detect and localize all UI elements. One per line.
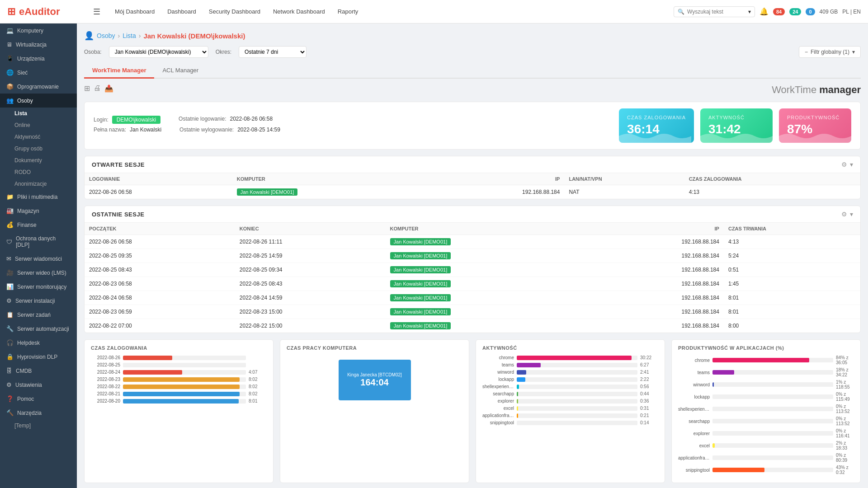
sidebar-item-pliki[interactable]: 📁 Pliki i multimedia	[0, 190, 77, 204]
topnav-item-raporty[interactable]: Raporty	[332, 5, 364, 18]
global-filter-label: Filtr globalny (1)	[811, 49, 849, 55]
sidebar-item-osoby[interactable]: 👥 Osoby	[0, 94, 77, 108]
sidebar-item-serwer-monitorujacy[interactable]: 📊 Serwer monitorujący	[0, 280, 77, 294]
bar-val: 0:56	[640, 384, 658, 389]
sidebar-item-hyprovision[interactable]: 🔒 Hyprovision DLP	[0, 350, 77, 364]
breadcrumb-lista[interactable]: Lista	[123, 32, 136, 39]
bar-label: 2022-08-20	[91, 399, 120, 404]
sidebar-subitem-rodo[interactable]: RODO	[0, 166, 77, 178]
sidebar-item-finanse[interactable]: 💰 Finanse	[0, 218, 77, 232]
sidebar-subitem-temp[interactable]: [Temp]	[0, 420, 77, 432]
bar-val: 0:36	[640, 399, 658, 404]
sidebar-subitem-online[interactable]: Online	[0, 119, 77, 131]
sidebar-item-dlp[interactable]: 🛡 Ochrona danych [DLP]	[0, 232, 77, 252]
topnav-item-security[interactable]: Security Dashboard	[203, 5, 266, 18]
period-select[interactable]: Ostatnie 7 dni	[239, 46, 307, 58]
bar-fill	[712, 358, 809, 362]
topnav-item-mydashboard[interactable]: Mój Dashboard	[109, 5, 160, 18]
person-icon: 👤	[84, 31, 94, 41]
open-sessions-title: OTWARTE SESJE	[92, 161, 145, 168]
sidebar-item-serwer-wideo[interactable]: 🎥 Serwer wideo (LMS)	[0, 266, 77, 280]
sidebar-item-helpdesk[interactable]: 🎧 Helpdesk	[0, 336, 77, 350]
breadcrumb-osoby[interactable]: Osoby	[97, 32, 115, 39]
sidebar-item-urzadzenia[interactable]: 📱 Urządzenia	[0, 52, 77, 66]
grid-icon[interactable]: ⊞	[84, 84, 90, 93]
bar-row: searchapp 0% z 113:52	[678, 416, 854, 426]
search-input[interactable]	[687, 9, 745, 15]
bar-label: 2022-08-23	[91, 377, 120, 382]
cell-czas: 8:01	[724, 305, 860, 319]
sidebar-item-siec[interactable]: 🌐 Sieć	[0, 66, 77, 80]
database-icon: 🗄	[6, 367, 12, 374]
language-switch[interactable]: PL | EN	[842, 9, 861, 15]
settings2-icon[interactable]: ⚙	[841, 211, 847, 218]
sidebar-label-pomoc: Pomoc	[17, 396, 34, 402]
notification-icon[interactable]: 🔔	[760, 7, 769, 16]
sidebar-subitem-anonimizacje[interactable]: Anonimizacje	[0, 178, 77, 190]
chart-aktywnosc-title: AKTYWNOŚĆ	[482, 345, 658, 351]
tab-worktime[interactable]: WorkTime Manager	[84, 63, 154, 79]
bar-row: teams 18% z 34:22	[678, 367, 854, 377]
hamburger-button[interactable]: ☰	[93, 7, 100, 17]
bar-label: excel	[482, 406, 514, 411]
sidebar-item-magazyn[interactable]: 🏭 Magazyn	[0, 204, 77, 218]
sidebar-label-serwer-automatyzacji: Serwer automatyzacji	[17, 326, 69, 332]
last-login-field: Ostatnie logowanie: 2022-08-26 06:58	[179, 116, 273, 122]
person-select[interactable]: Jan Kowalski (DEMO\jkowalski)	[109, 46, 208, 58]
col-poczatek: POCZĄTEK	[85, 223, 235, 235]
cell-ip: 192.168.88.184	[588, 319, 724, 333]
topnav-item-dashboard[interactable]: Dashboard	[162, 5, 202, 18]
table-row: 2022-08-25 09:35 2022-08-25 14:59 Jan Ko…	[85, 249, 860, 263]
sidebar-subitem-dokumenty[interactable]: Dokumenty	[0, 155, 77, 166]
bar-fill	[517, 399, 518, 404]
helpdesk-icon: 🎧	[6, 339, 14, 346]
chevron-down2-icon[interactable]: ▾	[850, 211, 853, 218]
charts-grid-1: CZAS ZALOGOWANIA 2022-08-26 2022-08-25 2…	[84, 339, 861, 483]
sidebar-item-cmdb[interactable]: 🗄 CMDB	[0, 364, 77, 378]
tab-acl[interactable]: ACL Manager	[154, 63, 207, 79]
sidebar-subitem-aktywnosc[interactable]: Aktywność	[0, 131, 77, 143]
sidebar-label-cmdb: CMDB	[16, 368, 32, 374]
sidebar-item-serwer-zadan[interactable]: 📋 Serwer zadań	[0, 308, 77, 322]
topnav-item-network[interactable]: Network Dashboard	[268, 5, 330, 18]
period-label: Okres:	[216, 49, 231, 55]
install-icon: ⚙	[6, 297, 12, 304]
sidebar-item-pomoc[interactable]: ❓ Pomoc	[0, 392, 77, 406]
bar-val: 0% z 115:49	[836, 392, 854, 402]
sidebar-label-wirtualizacja: Wirtualizacja	[16, 42, 47, 48]
cell-logowanie: 2022-08-26 06:58	[85, 185, 232, 199]
sidebar-label-osoby: Osoby	[17, 98, 33, 104]
share-icon[interactable]: 📤	[104, 84, 113, 93]
bar-row: explorer 0:36	[482, 399, 658, 404]
bar-row: snippingtool 0:14	[482, 420, 658, 425]
cell-ip: 192.168.88.184	[588, 235, 724, 249]
sidebar-item-oprogramowanie[interactable]: 📦 Oprogramowanie	[0, 80, 77, 94]
sidebar-label-serwer-monitorujacy: Serwer monitorujący	[17, 284, 66, 290]
sidebar-item-serwer-wiadomosci[interactable]: ✉ Serwer wiadomości	[0, 252, 77, 266]
global-filter-button[interactable]: − Filtr globalny (1) ▾	[799, 46, 861, 58]
sidebar-label-urzadzenia: Urządzenia	[17, 56, 45, 62]
sidebar-item-ustawienia[interactable]: ⚙ Ustawienia	[0, 378, 77, 392]
sidebar-item-serwer-automatyzacji[interactable]: 🔧 Serwer automatyzacji	[0, 322, 77, 336]
sidebar-item-narzedzia[interactable]: 🔨 Narzędzia	[0, 406, 77, 420]
cell-koniec: 2022-08-25 14:59	[235, 249, 386, 263]
print-icon[interactable]: 🖨	[94, 84, 101, 93]
breadcrumb-sep1: ›	[118, 32, 120, 39]
settings-icon[interactable]: ⚙	[841, 161, 847, 168]
chevron-down-icon[interactable]: ▾	[850, 161, 853, 168]
cell-koniec: 2022-08-26 11:11	[235, 235, 386, 249]
sidebar-item-wirtualizacja[interactable]: 🖥 Wirtualizacja	[0, 38, 77, 52]
bar-track	[712, 443, 833, 448]
bar-row: chrome 84% z 36:05	[678, 355, 854, 365]
last-sessions-actions: ⚙ ▾	[841, 211, 853, 218]
sidebar-item-serwer-instalacji[interactable]: ⚙ Serwer instalacji	[0, 294, 77, 308]
bar-fill	[123, 392, 240, 396]
sidebar-subitem-lista[interactable]: Lista	[0, 108, 77, 119]
help-icon: ❓	[6, 395, 14, 402]
sidebar-subitem-grupy[interactable]: Grupy osób	[0, 143, 77, 155]
open-sessions-section: OTWARTE SESJE ⚙ ▾ LOGOWANIE KOMPUTER IP …	[84, 156, 861, 199]
chart-produktywnosc-aplikacje: PRODUKTYWNOŚĆ W APLIKACJACH (%) chrome 8…	[671, 339, 861, 483]
kpi-cards: CZAS ZALOGOWANIA 36:14 AKTYWNOŚĆ 31:42 P…	[294, 108, 851, 143]
sidebar-item-komputery[interactable]: 💻 Komputery	[0, 23, 77, 38]
table-row: 2022-08-25 08:43 2022-08-25 09:34 Jan Ko…	[85, 263, 860, 277]
